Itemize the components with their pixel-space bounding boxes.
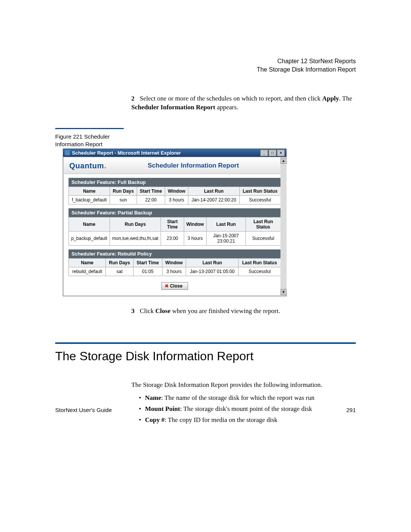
figure-row: Figure 221 Scheduler Information Report … bbox=[55, 128, 356, 296]
table-header: Last Run Status bbox=[239, 258, 281, 267]
feature-block: Scheduler Feature: Full BackupNameRun Da… bbox=[68, 178, 281, 204]
feature-header: Scheduler Feature: Rebuild Policy bbox=[68, 249, 281, 258]
feature-block: Scheduler Feature: Rebuild PolicyNameRun… bbox=[68, 249, 281, 276]
scroll-up-icon[interactable]: ▲ bbox=[280, 158, 287, 164]
step-bold-apply: Apply bbox=[322, 95, 339, 102]
table-cell: 3 hours bbox=[165, 195, 188, 204]
table-cell: Jan-15-2007 23:00:21 bbox=[206, 231, 246, 245]
table-header: Run Days bbox=[106, 258, 133, 267]
table-header: Window bbox=[184, 217, 206, 231]
scroll-down-icon[interactable]: ▼ bbox=[280, 289, 287, 295]
table-cell: rebuild_default bbox=[69, 267, 106, 276]
step-number: 3 bbox=[131, 307, 138, 316]
table-cell: 3 hours bbox=[184, 231, 206, 245]
brand-logo: Quantum. bbox=[69, 161, 107, 171]
table-row: rebuild_defaultsat01:053 hoursJan-13-200… bbox=[69, 267, 281, 276]
table-header: Last Run bbox=[186, 258, 238, 267]
figure-caption: Figure 221 Scheduler Information Report bbox=[55, 128, 124, 149]
table-cell: f_backup_default bbox=[69, 195, 110, 204]
list-item: Copy #: The copy ID for media on the sto… bbox=[131, 415, 356, 426]
table-header: Window bbox=[165, 187, 188, 195]
page-header: Chapter 12 StorNext Reports The Storage … bbox=[55, 57, 356, 73]
step-bold-report: Scheduler Information Report bbox=[131, 104, 215, 111]
window-titlebar: Scheduler Report - Microsoft Internet Ex… bbox=[63, 149, 286, 157]
step-number: 2 bbox=[131, 94, 138, 103]
ie-icon bbox=[65, 150, 70, 155]
list-item: Name: The name of the storage disk for w… bbox=[131, 393, 356, 404]
table-header: Last Run bbox=[206, 217, 246, 231]
table-row: f_backup_defaultsun22:003 hoursJan-14-20… bbox=[69, 195, 281, 204]
feature-block: Scheduler Feature: Partial BackupNameRun… bbox=[68, 208, 281, 246]
feature-table: NameRun DaysStart TimeWindowLast RunLast… bbox=[68, 187, 281, 204]
table-header: Last Run Status bbox=[239, 187, 280, 195]
table-header: Name bbox=[69, 187, 110, 195]
feature-header: Scheduler Feature: Partial Backup bbox=[68, 208, 281, 217]
table-cell: Successful bbox=[239, 195, 280, 204]
table-cell: 3 hours bbox=[162, 267, 186, 276]
table-cell: Successful bbox=[246, 231, 281, 245]
close-icon: ✖ bbox=[165, 283, 169, 289]
feature-table: NameRun DaysStart TimeWindowLast RunLast… bbox=[68, 217, 281, 246]
window-close-button[interactable]: × bbox=[277, 150, 285, 156]
footer-page-number: 291 bbox=[112, 407, 356, 413]
table-cell: Jan-14-2007 22:00:20 bbox=[188, 195, 239, 204]
table-header: Last Run bbox=[188, 187, 239, 195]
table-header: Window bbox=[162, 258, 186, 267]
footer-left: StorNext User's Guide bbox=[55, 407, 112, 413]
window-title: Scheduler Report - Microsoft Internet Ex… bbox=[72, 150, 181, 156]
table-header: Name bbox=[69, 217, 110, 231]
header-section: The Storage Disk Information Report bbox=[55, 66, 356, 74]
table-row: p_backup_defaultmon,tue,wed,thu,fri,sat2… bbox=[69, 231, 281, 245]
feature-header: Scheduler Feature: Full Backup bbox=[68, 178, 281, 187]
step-bold-close: Close bbox=[155, 307, 170, 315]
report-header: Quantum. Scheduler Information Report bbox=[64, 158, 285, 174]
table-header: Run Days bbox=[110, 187, 137, 195]
step-text: Select one or more of the schedules on w… bbox=[140, 95, 322, 102]
table-header: Name bbox=[69, 258, 106, 267]
table-header: Start Time bbox=[161, 217, 184, 231]
section-title: The Storage Disk Information Report bbox=[55, 349, 356, 363]
feature-table: NameRun DaysStart TimeWindowLast RunLast… bbox=[68, 258, 281, 276]
table-cell: 22:00 bbox=[137, 195, 165, 204]
ie-window: Scheduler Report - Microsoft Internet Ex… bbox=[63, 149, 287, 296]
scrollbar[interactable]: ▲ ▼ bbox=[280, 158, 287, 295]
report-title: Scheduler Information Report bbox=[107, 162, 280, 169]
table-cell: 23:00 bbox=[161, 231, 184, 245]
table-header: Start Time bbox=[133, 258, 162, 267]
maximize-button[interactable]: □ bbox=[269, 150, 276, 156]
table-cell: Successful bbox=[239, 267, 281, 276]
table-cell: mon,tue,wed,thu,fri,sat bbox=[110, 231, 161, 245]
section-intro: The Storage Disk Information Report prov… bbox=[131, 380, 356, 390]
table-cell: sun bbox=[110, 195, 137, 204]
table-cell: 01:05 bbox=[133, 267, 162, 276]
section-divider bbox=[55, 342, 356, 344]
step-3: 3 Click Close when you are finished view… bbox=[131, 307, 356, 316]
header-chapter: Chapter 12 StorNext Reports bbox=[55, 57, 356, 66]
close-label: Close bbox=[170, 283, 183, 289]
page-footer: StorNext User's Guide 291 bbox=[55, 407, 356, 413]
table-header: Start Time bbox=[137, 187, 165, 195]
table-header: Last Run Status bbox=[246, 217, 281, 231]
table-cell: Jan-13-2007 01:05:00 bbox=[186, 267, 238, 276]
table-cell: p_backup_default bbox=[69, 231, 110, 245]
table-cell: sat bbox=[106, 267, 133, 276]
report-body: Quantum. Scheduler Information Report Sc… bbox=[64, 158, 285, 295]
table-header: Run Days bbox=[110, 217, 161, 231]
close-button[interactable]: ✖Close bbox=[161, 282, 188, 290]
minimize-button[interactable]: _ bbox=[260, 150, 268, 156]
step-2: 2 Select one or more of the schedules on… bbox=[131, 94, 356, 112]
